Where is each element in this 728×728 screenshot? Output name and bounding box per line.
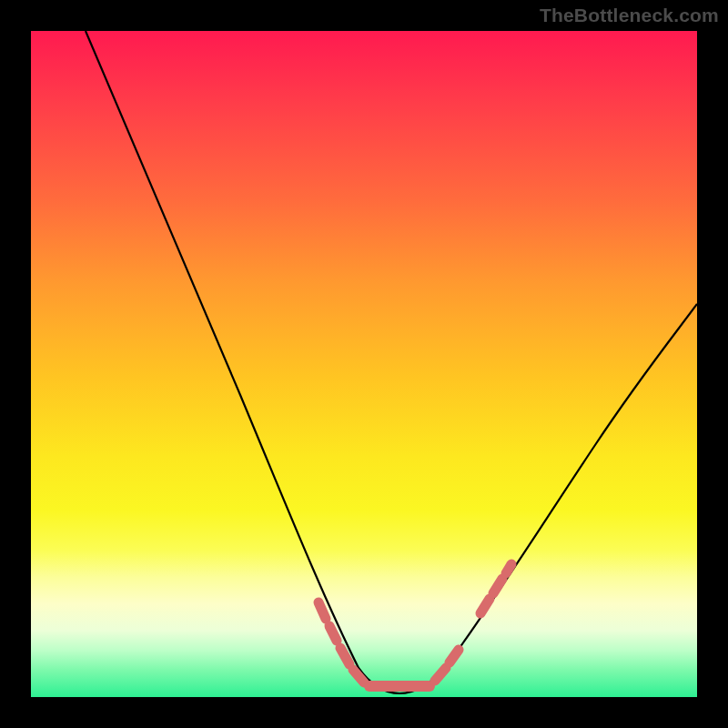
bottleneck-curve: [86, 31, 697, 693]
svg-line-7: [480, 599, 490, 613]
watermark: TheBottleneck.com: [540, 5, 719, 25]
highlight-dots: [318, 564, 511, 686]
outer-frame: TheBottleneck.com: [0, 0, 728, 728]
svg-line-6: [450, 650, 459, 662]
svg-line-5: [435, 668, 446, 681]
svg-line-0: [318, 602, 326, 619]
curve-layer: [31, 31, 697, 697]
svg-line-2: [340, 648, 349, 664]
svg-line-1: [329, 626, 337, 641]
plot-area: [31, 31, 697, 697]
svg-line-8: [493, 579, 502, 593]
svg-line-9: [506, 564, 511, 573]
